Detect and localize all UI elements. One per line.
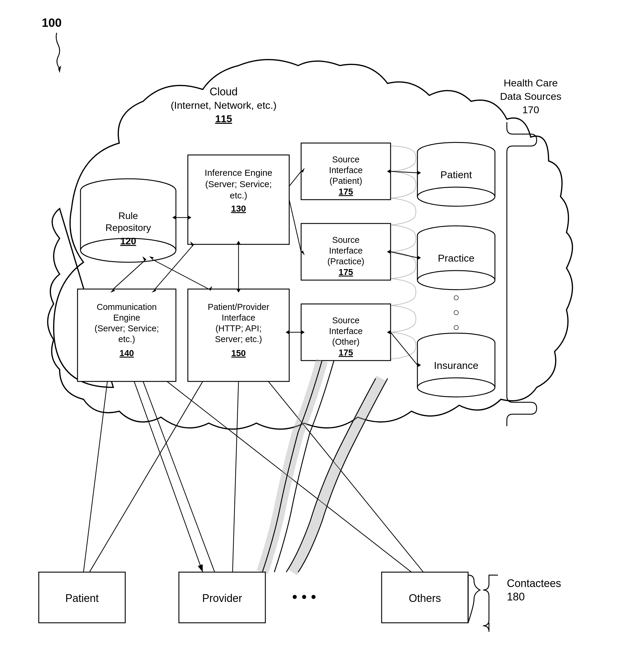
src-patient-label-1: Source bbox=[332, 155, 359, 164]
arrow-src-pr-to-cyl-pr bbox=[391, 252, 418, 258]
pp-label-3: (HTTP; API; bbox=[216, 323, 262, 333]
comm-engine-label-2: Engine bbox=[113, 313, 140, 322]
cyl-patient-label: Patient bbox=[440, 169, 472, 180]
arrow-src-o-to-cyl-ins bbox=[391, 332, 418, 365]
rule-repo-ref: 120 bbox=[120, 236, 136, 246]
arrow-repo-to-comm-1 bbox=[113, 259, 146, 289]
patient-bottom-label: Patient bbox=[65, 592, 99, 604]
inference-engine-label-3: etc.) bbox=[230, 190, 247, 200]
comm-engine-label-3: (Server; Service; bbox=[95, 323, 159, 333]
cyl-practice-bottom bbox=[418, 270, 495, 290]
cyl-practice-label: Practice bbox=[438, 252, 475, 264]
src-practice-label-1: Source bbox=[332, 235, 359, 245]
dots-horiz: • • • bbox=[292, 589, 316, 605]
comm-engine-label-1: Communication bbox=[97, 302, 156, 312]
cloud-ref: 115 bbox=[215, 113, 232, 124]
inference-engine-label-1: Inference Engine bbox=[205, 168, 272, 178]
cyl-insurance-label: Insurance bbox=[434, 360, 478, 371]
dots-vert-1: ○ bbox=[453, 291, 459, 303]
src-patient-label-2: Interface bbox=[329, 165, 363, 175]
hc-ref: 170 bbox=[522, 104, 539, 115]
arrow-inf-to-src-patient bbox=[289, 171, 301, 186]
contactees-brace-2 bbox=[468, 575, 480, 623]
inference-engine-label-2: (Server; Service; bbox=[205, 179, 272, 189]
src-other-ref: 175 bbox=[339, 348, 353, 357]
contactees-brace bbox=[483, 575, 498, 632]
cloud-label: Cloud bbox=[209, 86, 238, 98]
hc-label-2: Data Sources bbox=[500, 91, 561, 102]
src-practice-label-3: (Practice) bbox=[327, 257, 365, 266]
pp-label-4: Server; etc.) bbox=[215, 334, 262, 344]
inference-engine-ref: 130 bbox=[231, 204, 246, 213]
comm-engine-ref: 140 bbox=[120, 348, 134, 358]
cyl-patient-bottom bbox=[418, 187, 495, 206]
pp-ref: 150 bbox=[231, 348, 246, 358]
src-patient-ref: 175 bbox=[339, 187, 353, 196]
src-patient-label-3: (Patient) bbox=[329, 176, 362, 186]
src-practice-ref: 175 bbox=[339, 267, 353, 277]
rule-repo-label-2: Repository bbox=[105, 222, 151, 233]
arrow-pp-to-provider-bottom bbox=[233, 382, 238, 572]
arrow-pp-to-patient-bottom bbox=[89, 382, 203, 572]
arrow-extra-1 bbox=[134, 382, 203, 572]
dots-vert-2: ○ bbox=[453, 306, 459, 318]
comm-engine-label-4: etc.) bbox=[118, 334, 135, 344]
arrow-repo-to-pp bbox=[152, 259, 209, 289]
cyl-insurance-bottom bbox=[418, 378, 495, 397]
src-other-label-2: Interface bbox=[329, 326, 363, 336]
ref-arrow bbox=[56, 33, 60, 69]
src-other-label-3: (Other) bbox=[332, 337, 359, 347]
hc-brace bbox=[507, 122, 537, 426]
others-bottom-label: Others bbox=[409, 592, 441, 604]
diagram: 100 Cloud (Internet, Network, etc.) 115 … bbox=[0, 0, 644, 666]
ref-100: 100 bbox=[42, 16, 62, 29]
contactees-label: Contactees bbox=[507, 577, 561, 590]
src-other-label-1: Source bbox=[332, 316, 359, 325]
cloud-sub: (Internet, Network, etc.) bbox=[171, 100, 276, 111]
src-practice-label-2: Interface bbox=[329, 246, 363, 256]
pp-label-2: Interface bbox=[222, 313, 255, 322]
provider-bottom-label: Provider bbox=[202, 592, 242, 604]
pp-label-1: Patient/Provider bbox=[208, 302, 270, 312]
contactees-ref: 180 bbox=[507, 591, 525, 603]
rule-repo-label-1: Rule bbox=[118, 210, 138, 221]
arrow-src-p-to-cyl-p bbox=[391, 171, 418, 173]
dots-vert-3: ○ bbox=[453, 321, 459, 333]
hc-label-1: Health Care bbox=[504, 77, 558, 88]
arrow-inf-to-src-practice bbox=[289, 200, 301, 252]
